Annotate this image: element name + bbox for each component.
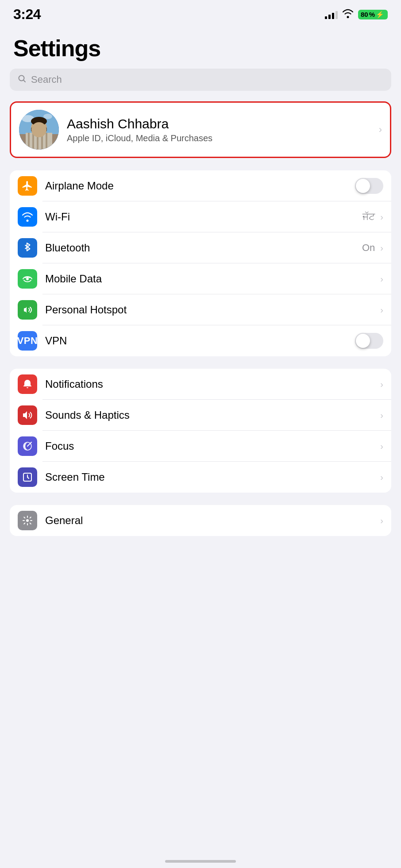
status-bar: 3:24 80% ⚡: [0, 0, 401, 26]
status-icons: 80% ⚡: [325, 8, 388, 21]
settings-row-general[interactable]: General ›: [10, 505, 391, 536]
settings-row-sounds-haptics[interactable]: Sounds & Haptics ›: [10, 400, 391, 431]
status-time: 3:24: [13, 6, 41, 23]
svg-rect-14: [31, 127, 37, 131]
airplane-mode-icon: [18, 176, 37, 196]
vpn-toggle[interactable]: [355, 333, 383, 349]
screen-time-icon: [18, 467, 37, 487]
wifi-chevron-icon: ›: [380, 212, 383, 222]
vpn-icon: VPN: [18, 331, 37, 351]
notifications-chevron-icon: ›: [380, 379, 383, 390]
settings-row-mobile-data[interactable]: Mobile Data ›: [10, 263, 391, 294]
settings-row-airplane-mode[interactable]: Airplane Mode: [10, 170, 391, 201]
svg-point-20: [26, 519, 29, 522]
notifications-icon: [18, 374, 37, 394]
screen-time-label: Screen Time: [45, 471, 378, 483]
wifi-status-icon: [342, 8, 354, 21]
notifications-group: Notifications › Sounds & Haptics › Focus…: [10, 369, 391, 493]
signal-icon: [325, 10, 338, 19]
search-bar[interactable]: Search: [10, 69, 391, 91]
bluetooth-value: On: [362, 242, 375, 254]
battery-level: 80: [361, 11, 368, 18]
screen-time-chevron-icon: ›: [380, 472, 383, 482]
airplane-mode-toggle[interactable]: [355, 178, 383, 194]
settings-row-wifi[interactable]: Wi-Fi ਜੱਟ ›: [10, 201, 391, 232]
svg-rect-7: [28, 133, 30, 150]
svg-rect-15: [41, 127, 46, 131]
settings-row-bluetooth[interactable]: Bluetooth On ›: [10, 232, 391, 263]
profile-card[interactable]: Aashish Chhabra Apple ID, iCloud, Media …: [10, 101, 391, 158]
focus-label: Focus: [45, 440, 378, 452]
wifi-label: Wi-Fi: [45, 211, 362, 223]
personal-hotspot-chevron-icon: ›: [380, 305, 383, 315]
general-icon: [18, 511, 37, 530]
personal-hotspot-label: Personal Hotspot: [45, 304, 378, 316]
sounds-haptics-chevron-icon: ›: [380, 410, 383, 420]
general-label: General: [45, 514, 378, 527]
profile-chevron-icon: ›: [379, 124, 382, 135]
wifi-value: ਜੱਟ: [362, 211, 375, 223]
svg-point-17: [26, 278, 29, 280]
profile-info: Aashish Chhabra Apple ID, iCloud, Media …: [67, 116, 371, 143]
sounds-haptics-icon: [18, 405, 37, 425]
focus-icon: [18, 436, 37, 456]
vpn-label: VPN: [45, 335, 355, 347]
settings-row-screen-time[interactable]: Screen Time ›: [10, 462, 391, 493]
airplane-mode-toggle-knob: [356, 179, 370, 193]
profile-name: Aashish Chhabra: [67, 116, 371, 131]
settings-row-vpn[interactable]: VPN VPN: [10, 325, 391, 356]
mobile-data-label: Mobile Data: [45, 273, 378, 285]
connectivity-group: Airplane Mode Wi-Fi ਜੱਟ › Bluetooth On ›: [10, 170, 391, 356]
settings-row-notifications[interactable]: Notifications ›: [10, 369, 391, 400]
settings-row-personal-hotspot[interactable]: Personal Hotspot ›: [10, 294, 391, 325]
vpn-text: VPN: [17, 335, 38, 347]
bluetooth-icon: [18, 238, 37, 258]
battery-icon: 80% ⚡: [358, 10, 388, 19]
profile-subtitle: Apple ID, iCloud, Media & Purchases: [67, 133, 371, 143]
vpn-toggle-knob: [356, 334, 370, 348]
mobile-data-icon: [18, 269, 37, 289]
notifications-label: Notifications: [45, 378, 378, 390]
avatar: [19, 110, 59, 150]
settings-row-focus[interactable]: Focus ›: [10, 431, 391, 462]
svg-marker-18: [23, 411, 27, 419]
battery-charging-icon: ⚡: [376, 11, 384, 19]
bluetooth-chevron-icon: ›: [380, 243, 383, 253]
wifi-icon: [18, 207, 37, 227]
search-container: Search: [0, 69, 401, 101]
home-indicator: [165, 860, 236, 863]
general-chevron-icon: ›: [380, 516, 383, 526]
focus-chevron-icon: ›: [380, 441, 383, 451]
page-title: Settings: [0, 26, 401, 69]
sounds-haptics-label: Sounds & Haptics: [45, 409, 378, 421]
search-icon: [18, 74, 27, 85]
search-placeholder: Search: [31, 74, 62, 85]
svg-rect-10: [41, 133, 43, 150]
svg-point-13: [31, 117, 47, 126]
svg-rect-8: [32, 133, 34, 150]
svg-rect-2: [19, 110, 59, 134]
personal-hotspot-icon: [18, 300, 37, 320]
mobile-data-chevron-icon: ›: [380, 274, 383, 284]
svg-rect-11: [46, 133, 47, 150]
airplane-mode-label: Airplane Mode: [45, 180, 355, 192]
general-group: General ›: [10, 505, 391, 536]
bluetooth-label: Bluetooth: [45, 242, 362, 254]
svg-rect-9: [37, 133, 39, 150]
